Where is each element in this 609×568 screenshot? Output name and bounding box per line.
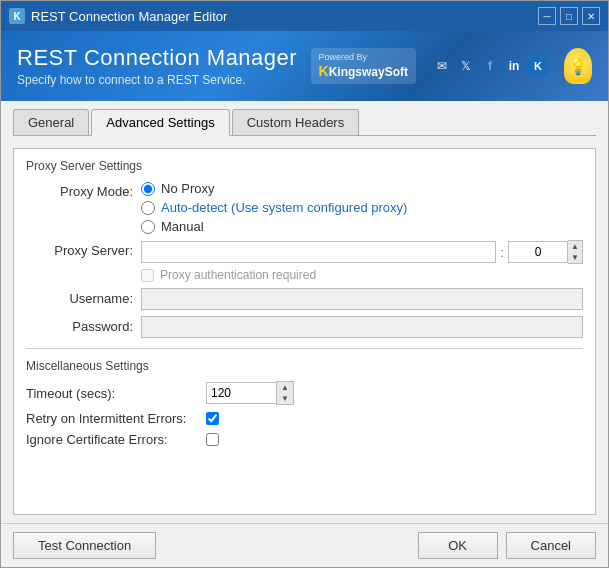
app-subtitle: Specify how to connect to a REST Service… [17,73,297,87]
twitter-icon[interactable]: 𝕏 [456,56,476,76]
port-spinner: ▲ ▼ [568,240,583,264]
brand-text: Powered By KKingswaySoft [319,52,408,80]
proxy-port-input[interactable] [508,241,568,263]
tab-general[interactable]: General [13,109,89,135]
proxy-server-group: Proxy Server: : ▲ ▼ [26,240,583,282]
retry-label: Retry on Intermittent Errors: [26,411,206,426]
test-connection-button[interactable]: Test Connection [13,532,156,559]
timeout-label: Timeout (secs): [26,386,206,401]
retry-row: Retry on Intermittent Errors: [26,411,583,426]
app-header: REST Connection Manager Specify how to c… [1,31,608,101]
radio-auto-detect[interactable]: Auto-detect (Use system configured proxy… [141,200,583,215]
radio-no-proxy[interactable]: No Proxy [141,181,583,196]
footer-left: Test Connection [13,532,156,559]
close-button[interactable]: ✕ [582,7,600,25]
port-up-button[interactable]: ▲ [568,241,582,252]
proxy-mode-label: Proxy Mode: [26,181,141,199]
title-bar: K REST Connection Manager Editor ─ □ ✕ [1,1,608,31]
bulb-icon: 💡 [564,48,592,84]
username-input[interactable] [141,288,583,310]
password-input[interactable] [141,316,583,338]
title-bar-left: K REST Connection Manager Editor [9,8,227,24]
brand-name: K [319,63,329,79]
username-label: Username: [26,288,141,306]
k-icon[interactable]: K [528,56,548,76]
misc-section-title: Miscellaneous Settings [26,359,583,373]
minimize-button[interactable]: ─ [538,7,556,25]
social-icons: ✉ 𝕏 f in K [424,52,556,80]
maximize-button[interactable]: □ [560,7,578,25]
radio-manual[interactable]: Manual [141,219,583,234]
password-group: Password: [26,316,583,338]
radio-no-proxy-input[interactable] [141,182,155,196]
proxy-section-title: Proxy Server Settings [26,159,583,173]
timeout-up-button[interactable]: ▲ [277,382,293,393]
ok-button[interactable]: OK [418,532,498,559]
misc-section: Miscellaneous Settings Timeout (secs): ▲… [26,359,583,447]
main-window: K REST Connection Manager Editor ─ □ ✕ R… [0,0,609,568]
username-control [141,288,583,310]
proxy-server-row: : ▲ ▼ [141,240,583,264]
proxy-mode-group: Proxy Mode: No Proxy Auto-detect (Use sy… [26,181,583,234]
email-icon[interactable]: ✉ [432,56,452,76]
brand-box: Powered By KKingswaySoft [311,48,416,84]
timeout-row: Timeout (secs): ▲ ▼ [26,381,583,405]
retry-checkbox[interactable] [206,412,219,425]
auth-required-checkbox[interactable] [141,269,154,282]
footer: Test Connection OK Cancel [1,523,608,567]
radio-auto-detect-input[interactable] [141,201,155,215]
facebook-icon[interactable]: f [480,56,500,76]
radio-manual-input[interactable] [141,220,155,234]
linkedin-icon[interactable]: in [504,56,524,76]
tab-advanced-settings[interactable]: Advanced Settings [91,109,229,136]
proxy-server-input[interactable] [141,241,496,263]
password-control [141,316,583,338]
port-input-group: ▲ ▼ [508,240,583,264]
tab-custom-headers[interactable]: Custom Headers [232,109,360,135]
header-right: Powered By KKingswaySoft ✉ 𝕏 f in K 💡 [311,48,592,84]
timeout-input[interactable] [206,382,276,404]
radio-group: No Proxy Auto-detect (Use system configu… [141,181,583,234]
app-icon: K [9,8,25,24]
ignore-cert-checkbox[interactable] [206,433,219,446]
radio-no-proxy-label: No Proxy [161,181,214,196]
port-down-button[interactable]: ▼ [568,252,582,263]
tab-bar: General Advanced Settings Custom Headers [13,109,596,136]
section-separator [26,348,583,349]
radio-manual-label: Manual [161,219,204,234]
proxy-server-controls: : ▲ ▼ Proxy authentication required [141,240,583,282]
title-bar-controls: ─ □ ✕ [538,7,600,25]
app-title: REST Connection Manager [17,45,297,71]
footer-right: OK Cancel [418,532,596,559]
timeout-down-button[interactable]: ▼ [277,393,293,404]
username-group: Username: [26,288,583,310]
tab-panel: Proxy Server Settings Proxy Mode: No Pro… [13,148,596,515]
brand-name-rest: KingswaySoft [329,65,408,79]
ignore-cert-label: Ignore Certificate Errors: [26,432,206,447]
radio-auto-detect-label: Auto-detect (Use system configured proxy… [161,200,407,215]
ignore-cert-row: Ignore Certificate Errors: [26,432,583,447]
cancel-button[interactable]: Cancel [506,532,596,559]
proxy-mode-options: No Proxy Auto-detect (Use system configu… [141,181,583,234]
timeout-spinner-btns: ▲ ▼ [276,381,294,405]
password-label: Password: [26,316,141,334]
powered-by-text: Powered By [319,52,408,63]
proxy-server-label: Proxy Server: [26,240,141,258]
header-left: REST Connection Manager Specify how to c… [17,45,297,87]
auth-required-label: Proxy authentication required [160,268,316,282]
main-content: General Advanced Settings Custom Headers… [1,101,608,523]
colon-separator: : [500,245,504,260]
auth-checkbox-group: Proxy authentication required [141,268,583,282]
window-title: REST Connection Manager Editor [31,9,227,24]
timeout-spinner: ▲ ▼ [206,381,294,405]
